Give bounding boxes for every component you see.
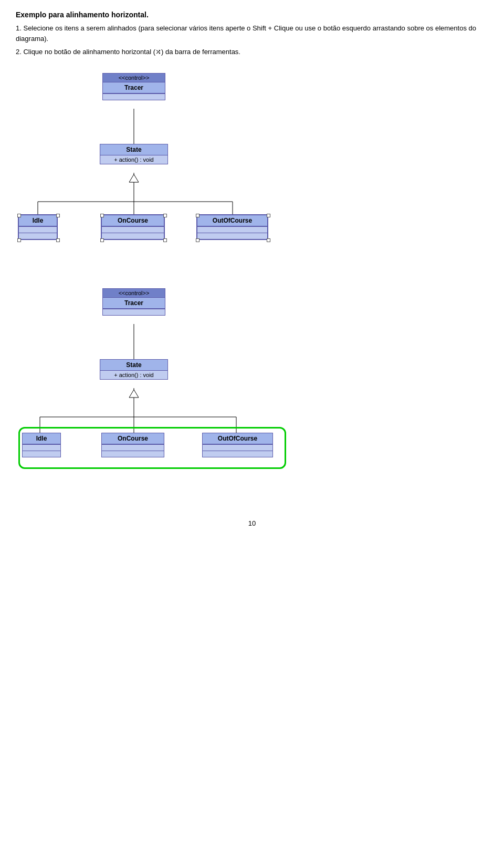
diagram1-state-method: + action() : void xyxy=(100,155,167,164)
diagram2-state-method: + action() : void xyxy=(100,371,167,379)
diagram1-outofcourse-name: OutOfCourse xyxy=(197,215,267,226)
instruction-1-num: 1. xyxy=(16,24,22,32)
diagram2-tracer-name: Tracer xyxy=(103,298,165,309)
diagram1-tracer-name: Tracer xyxy=(103,82,165,93)
diagram1-state: State + action() : void xyxy=(100,144,168,164)
page-title: Exemplo para alinhamento horizontal. xyxy=(16,11,488,19)
diagram1-tracer: <<control>> Tracer xyxy=(102,73,165,100)
instruction-2: 2. Clique no botão de alinhamento horizo… xyxy=(16,47,488,57)
diagram2-state: State + action() : void xyxy=(100,359,168,380)
diagram2-outofcourse[interactable]: OutOfCourse xyxy=(202,433,273,457)
instruction-1: 1. Selecione os itens a serem alinhados … xyxy=(16,23,488,44)
diagram-before: <<control>> Tracer 1 state State + actio… xyxy=(16,62,488,262)
diagram2-idle[interactable]: Idle xyxy=(22,433,61,457)
instruction-2-num: 2. xyxy=(16,48,22,56)
diagram1-tracer-stereotype: <<control>> xyxy=(103,74,165,82)
diagram2-oncourse[interactable]: OnCourse xyxy=(101,433,164,457)
page-number: 10 xyxy=(16,519,488,527)
diagram1-idle[interactable]: Idle xyxy=(18,215,57,239)
svg-marker-7 xyxy=(129,174,139,182)
instruction-1-text: Selecione os itens a serem alinhados (pa… xyxy=(16,24,476,43)
diagram1-idle-name: Idle xyxy=(19,215,57,226)
diagram2-outofcourse-name: OutOfCourse xyxy=(203,433,272,444)
instruction-2-text: Clique no botão de alinhamento horizonta… xyxy=(23,48,240,56)
diagram2-connectors xyxy=(16,278,488,498)
diagram2-oncourse-name: OnCourse xyxy=(102,433,164,444)
diagram-after: <<control>> Tracer 1 state State + actio… xyxy=(16,278,488,498)
diagram2-idle-name: Idle xyxy=(23,433,60,444)
diagram2-state-name: State xyxy=(100,360,167,371)
diagram1-outofcourse[interactable]: OutOfCourse xyxy=(197,215,268,239)
diagram1-state-name: State xyxy=(100,144,167,155)
diagram2-tracer: <<control>> Tracer xyxy=(102,288,165,316)
diagram2-tracer-stereotype: <<control>> xyxy=(103,289,165,298)
diagram1-oncourse[interactable]: OnCourse xyxy=(101,215,164,239)
diagram1-oncourse-name: OnCourse xyxy=(102,215,164,226)
svg-marker-15 xyxy=(129,390,139,398)
